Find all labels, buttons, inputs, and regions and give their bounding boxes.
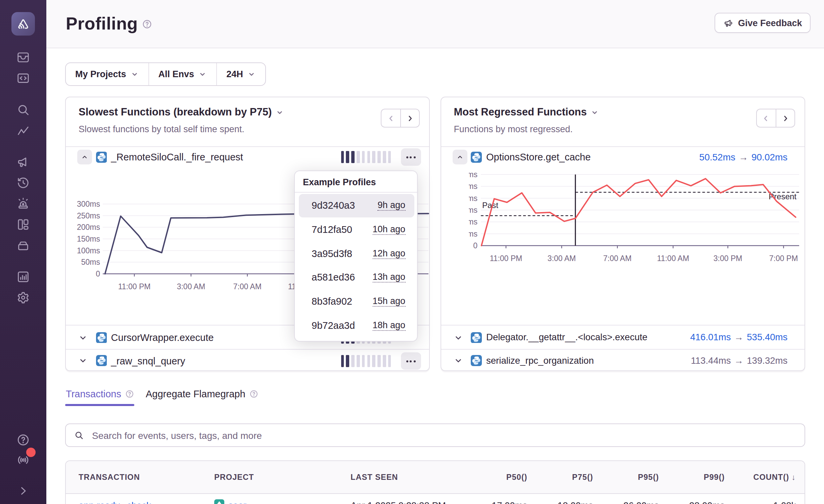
prev-page-button[interactable] bbox=[756, 109, 775, 128]
sidebar-item-help-icon[interactable] bbox=[13, 431, 33, 448]
profile-id[interactable]: 9b72aa3d bbox=[312, 320, 355, 331]
profile-id[interactable]: a581ed36 bbox=[312, 272, 355, 283]
after-duration: 139.32ms bbox=[747, 355, 787, 365]
profile-time-link[interactable]: 12h ago bbox=[372, 248, 405, 259]
profile-time-link[interactable]: 9h ago bbox=[377, 200, 405, 211]
function-name[interactable]: _RemoteSiloCall._fire_request bbox=[111, 152, 243, 162]
before-duration-link[interactable]: 416.01ms bbox=[690, 332, 731, 342]
column-header-p95[interactable]: P95() bbox=[638, 472, 659, 482]
function-name[interactable]: _raw_snql_query bbox=[111, 355, 185, 366]
sidebar-item-search-icon[interactable] bbox=[13, 101, 33, 118]
expand-row-button[interactable] bbox=[79, 333, 87, 342]
after-duration-link[interactable]: 535.40ms bbox=[747, 332, 787, 342]
chevron-right-icon bbox=[781, 114, 789, 122]
expand-row-button[interactable] bbox=[79, 356, 87, 365]
column-header-p50[interactable]: P50() bbox=[506, 472, 528, 482]
regression-values: 416.01ms→535.40ms bbox=[690, 332, 787, 342]
profile-time-link[interactable]: 10h ago bbox=[372, 224, 405, 235]
profile-time-link[interactable]: 18h ago bbox=[372, 320, 405, 331]
most-regressed-title[interactable]: Most Regressed Functions bbox=[454, 106, 599, 118]
slowest-functions-title[interactable]: Slowest Functions (breakdown by P75) bbox=[79, 106, 284, 118]
column-header-transaction[interactable]: TRANSACTION bbox=[79, 472, 140, 482]
next-page-button[interactable] bbox=[775, 109, 795, 128]
function-name[interactable]: Delegator.__getattr__.<locals>.execute bbox=[486, 332, 647, 342]
next-page-button[interactable] bbox=[400, 109, 420, 128]
collapse-row-button[interactable] bbox=[452, 150, 467, 164]
environment-filter[interactable]: All Envs bbox=[148, 63, 217, 85]
row-actions-button[interactable] bbox=[401, 352, 421, 370]
before-duration: 113.44ms bbox=[691, 355, 731, 365]
prev-page-button[interactable] bbox=[381, 109, 400, 128]
function-name[interactable]: serialize_rpc_organization bbox=[486, 355, 594, 365]
sidebar-item-performance-icon[interactable] bbox=[13, 122, 33, 140]
table-header: TRANSACTION PROJECT LAST SEEN P50() P75(… bbox=[66, 461, 805, 494]
collapse-row-button[interactable] bbox=[77, 150, 92, 164]
p95-value: 26.00ms bbox=[624, 501, 659, 504]
after-duration-link[interactable]: 90.02ms bbox=[751, 152, 787, 162]
svg-text:100ms: 100ms bbox=[469, 182, 477, 191]
sidebar-item-settings-icon[interactable] bbox=[13, 289, 33, 306]
profile-id[interactable]: 8b3fa902 bbox=[312, 296, 352, 307]
sidebar-item-collapse-sidebar-icon[interactable] bbox=[13, 482, 33, 500]
svg-text:60ms: 60ms bbox=[469, 206, 477, 214]
svg-text:11:00 PM: 11:00 PM bbox=[490, 254, 522, 263]
sidebar-item-whats-new-icon[interactable] bbox=[13, 451, 33, 469]
date-range-filter[interactable]: 24H bbox=[216, 63, 265, 85]
help-icon[interactable] bbox=[125, 389, 135, 399]
search-bar bbox=[65, 423, 805, 447]
function-name[interactable]: CursorWrapper.execute bbox=[111, 332, 214, 343]
profile-row[interactable]: 3a95d3f8 12h ago bbox=[299, 242, 414, 265]
profile-row[interactable]: a581ed36 13h ago bbox=[299, 265, 414, 289]
expand-row-button[interactable] bbox=[454, 333, 462, 342]
row-actions-button[interactable] bbox=[401, 148, 421, 166]
profile-time-link[interactable]: 15h ago bbox=[372, 296, 405, 307]
arrow-glyph: → bbox=[731, 332, 747, 342]
transaction-link[interactable]: app.ready._check bbox=[79, 501, 151, 504]
profile-row[interactable]: 9d3240a3 9h ago bbox=[299, 194, 414, 217]
sentry-logo[interactable] bbox=[11, 12, 35, 36]
svg-text:20ms: 20ms bbox=[469, 230, 477, 238]
transactions-table: TRANSACTION PROJECT LAST SEEN P50() P75(… bbox=[65, 460, 805, 504]
profile-row[interactable]: 7d12fa50 10h ago bbox=[299, 217, 414, 241]
svg-text:300ms: 300ms bbox=[77, 200, 100, 208]
example-profiles-popup: Example Profiles 9d3240a3 9h ago7d12fa50… bbox=[294, 170, 418, 341]
project-link[interactable]: seer bbox=[228, 501, 246, 504]
expand-row-button[interactable] bbox=[454, 356, 462, 365]
profile-time-link[interactable]: 13h ago bbox=[372, 272, 405, 283]
give-feedback-button[interactable]: Give Feedback bbox=[715, 13, 811, 33]
profile-row[interactable]: 9b72aa3d 18h ago bbox=[299, 313, 414, 337]
tab-aggregate-flamegraph[interactable]: Aggregate Flamegraph bbox=[146, 389, 259, 399]
function-name[interactable]: OptionsStore.get_cache bbox=[486, 152, 591, 162]
column-header-p75[interactable]: P75() bbox=[572, 472, 593, 482]
sidebar-item-stats-icon[interactable] bbox=[13, 268, 33, 286]
before-duration-link[interactable]: 50.52ms bbox=[699, 152, 735, 162]
sidebar-item-dashboards-icon[interactable] bbox=[13, 215, 33, 233]
column-header-last-seen[interactable]: LAST SEEN bbox=[351, 472, 398, 482]
sidebar-item-releases-icon[interactable] bbox=[13, 237, 33, 254]
sidebar-item-alerts-icon[interactable] bbox=[13, 195, 33, 212]
chevron-down-icon bbox=[198, 70, 207, 79]
profile-row[interactable]: 8b3fa902 15h ago bbox=[299, 290, 414, 313]
svg-text:120ms: 120ms bbox=[469, 170, 477, 179]
help-icon[interactable] bbox=[249, 389, 259, 399]
page-header bbox=[46, 0, 824, 48]
sidebar-item-feedback-icon[interactable] bbox=[13, 153, 33, 170]
column-header-p99[interactable]: P99() bbox=[704, 472, 725, 482]
profile-id[interactable]: 7d12fa50 bbox=[312, 224, 352, 235]
search-input[interactable] bbox=[91, 429, 798, 441]
profile-id[interactable]: 9d3240a3 bbox=[312, 200, 355, 211]
pagination bbox=[381, 109, 420, 128]
column-header-project[interactable]: PROJECT bbox=[214, 472, 254, 482]
card-title-label: Slowest Functions (breakdown by P75) bbox=[79, 106, 272, 118]
sidebar-item-issues-icon[interactable] bbox=[13, 49, 33, 66]
help-icon[interactable] bbox=[142, 19, 152, 30]
chevron-left-icon bbox=[762, 114, 770, 122]
column-header-count[interactable]: COUNT() ↓ bbox=[753, 472, 796, 482]
python-icon bbox=[471, 332, 482, 343]
sidebar-item-projects-icon[interactable] bbox=[13, 69, 33, 87]
sidebar-item-replays-icon[interactable] bbox=[13, 174, 33, 192]
project-filter[interactable]: My Projects bbox=[66, 63, 148, 85]
tab-transactions[interactable]: Transactions bbox=[66, 389, 135, 399]
profile-id[interactable]: 3a95d3f8 bbox=[312, 248, 352, 259]
python-icon bbox=[96, 355, 107, 366]
